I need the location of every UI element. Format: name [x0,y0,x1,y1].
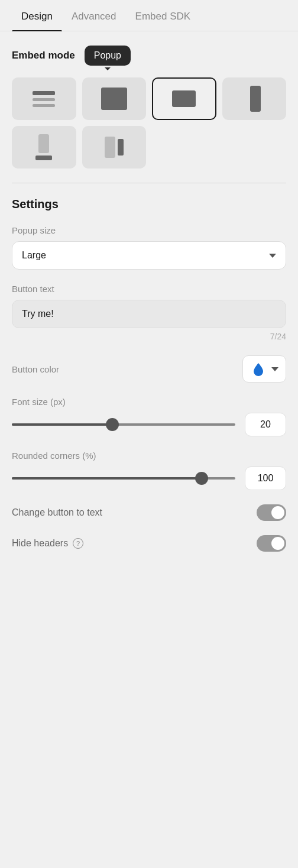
section-divider [12,183,286,183]
button-color-row: Button color [12,355,286,383]
mode-option-side-panel[interactable] [222,77,287,120]
embed-mode-row: Embed mode Popup [12,46,286,66]
change-button-text-label: Change button to text [12,507,102,518]
color-chevron-icon [271,367,278,371]
button-text-input[interactable] [12,300,286,328]
font-size-value: 20 [245,413,286,436]
button-color-group: Button color [12,355,286,383]
rounded-corners-slider-track[interactable] [12,477,235,480]
popup-size-value: Large [22,250,46,261]
button-text-label: Button text [12,284,286,294]
button-text-group: Button text 7/24 [12,284,286,341]
mode-options-row1 [12,77,286,120]
rounded-corners-group: Rounded corners (%) 100 [12,451,286,490]
color-picker-button[interactable] [242,355,286,383]
rounded-corners-slider-fill [12,477,202,480]
mobile-side-icon [105,137,124,158]
mode-option-mobile-side[interactable] [82,126,147,169]
mode-option-fullscreen[interactable] [82,77,147,120]
tab-embed-sdk[interactable]: Embed SDK [126,0,200,31]
tab-advanced[interactable]: Advanced [62,0,126,31]
embed-mode-tooltip: Popup [85,46,131,66]
popup-size-group: Popup size Large [12,225,286,270]
settings-title: Settings [12,197,286,211]
popup-size-label: Popup size [12,225,286,235]
font-size-slider-row: 20 [12,413,286,436]
rounded-corners-value: 100 [245,467,286,490]
button-color-label: Button color [12,364,59,374]
font-size-group: Font size (px) 20 [12,397,286,436]
fullscreen-icon [101,88,127,110]
color-drop-icon [250,361,267,377]
hide-headers-toggle[interactable] [257,535,286,552]
popup-size-dropdown[interactable]: Large [12,241,286,270]
mode-option-popup[interactable] [152,77,216,120]
font-size-slider-fill [12,423,112,426]
popup-icon [172,90,196,107]
inline-list-icon [33,91,55,107]
hide-headers-row: Hide headers ? [12,535,286,552]
char-count: 7/24 [12,332,286,341]
change-button-text-toggle[interactable] [257,504,286,521]
side-panel-icon [248,86,261,112]
hide-headers-help-icon[interactable]: ? [73,538,83,549]
tab-design[interactable]: Design [12,0,62,31]
mobile-bottom-icon [35,134,52,160]
font-size-slider-track[interactable] [12,423,235,426]
mode-option-inline-list[interactable] [12,77,76,120]
tab-bar: Design Advanced Embed SDK [0,0,298,31]
rounded-corners-slider-row: 100 [12,467,286,490]
font-size-slider-thumb[interactable] [106,418,119,431]
hide-headers-label: Hide headers ? [12,538,83,549]
rounded-corners-slider-thumb[interactable] [195,472,208,485]
font-size-label: Font size (px) [12,397,286,407]
app-container: Design Advanced Embed SDK Embed mode Pop… [0,0,298,584]
mode-placeholder [152,126,286,169]
rounded-corners-label: Rounded corners (%) [12,451,286,461]
embed-mode-label: Embed mode [12,50,75,61]
mode-option-mobile-bottom[interactable] [12,126,76,169]
chevron-down-icon [269,254,276,258]
mode-options-row2 [12,126,286,169]
main-content: Embed mode Popup [0,31,298,584]
change-button-text-row: Change button to text [12,504,286,521]
